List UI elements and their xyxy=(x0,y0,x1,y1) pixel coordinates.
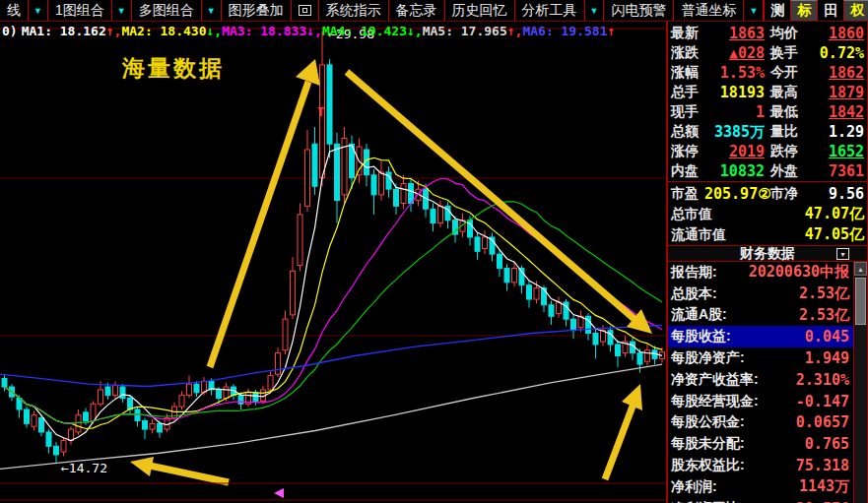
quote-cell: 均价1860 xyxy=(768,25,867,42)
market-cap-label: 流通市值 xyxy=(671,226,726,244)
menu-item-multi-chart-combo[interactable]: 多图组合 xyxy=(132,0,202,21)
candle-body xyxy=(69,429,74,440)
finance-label: 流通A股: xyxy=(671,306,727,324)
finance-value: 2.53亿 xyxy=(717,284,849,303)
finance-section-title: 财务数据 xyxy=(740,245,795,263)
candle-body xyxy=(571,319,576,330)
menu-item-1-chart-combo[interactable]: 1图组合 xyxy=(48,0,112,21)
candle xyxy=(187,376,192,399)
quote-cell: 外盘7361 xyxy=(768,162,867,180)
menu-item-overlay[interactable]: 图形叠加 xyxy=(222,0,292,21)
candle xyxy=(365,144,369,186)
menu-item-flash-alert[interactable]: 闪电预警 xyxy=(604,0,674,21)
quote-label: 现手 xyxy=(671,103,699,121)
finance-section-dropdown-icon[interactable]: ▼ xyxy=(836,248,849,260)
dropdown-1-chart-combo-icon[interactable]: ▼ xyxy=(112,0,132,21)
finance-row[interactable]: 净利润:1143万 xyxy=(668,476,867,498)
ma-value-ma5: MA5: 17.965 xyxy=(423,24,507,38)
finance-row[interactable]: 每股净资产:1.949 xyxy=(668,347,867,369)
quote-cell: 总手18193 xyxy=(668,84,768,101)
ma-value-ma3: MA3: 18.833 xyxy=(222,24,306,38)
candle-body xyxy=(379,172,384,195)
arrow-to-low-label-shaft xyxy=(150,466,229,482)
quote-cell: 跌停1652 xyxy=(768,143,867,160)
finance-label: 每股经营现金: xyxy=(671,393,759,410)
candle xyxy=(261,386,266,405)
candle-body xyxy=(512,269,517,283)
candle xyxy=(401,175,406,209)
menu-item-history-review[interactable]: 历史回忆 xyxy=(445,0,515,21)
quote-cell: 今开1862 xyxy=(768,64,867,82)
finance-label: 每股公积金: xyxy=(671,413,745,431)
finance-row[interactable]: 净利润同比:-39.576 xyxy=(668,498,867,503)
menu-item-normal-coordinates[interactable]: 普通坐标 xyxy=(674,0,744,21)
quote-value: 7361 xyxy=(798,162,864,180)
candle xyxy=(312,127,317,195)
ma-value-ma2: MA2: 18.430 xyxy=(121,24,206,38)
ma-arrow-ma6: ↑ xyxy=(608,24,616,38)
menu-item-memo[interactable]: 备忘录 xyxy=(389,0,445,21)
menu-item-line[interactable]: 线 xyxy=(0,0,29,21)
candle-body xyxy=(305,150,310,206)
candle xyxy=(143,418,148,440)
pane-left-triangle-icon[interactable] xyxy=(274,488,284,498)
menu-item-system-signals[interactable]: 系统指示 xyxy=(319,0,389,21)
finance-row[interactable]: 总股本:2.53亿 xyxy=(668,283,867,305)
menu-item-analysis-tools[interactable]: 分析工具 xyxy=(515,0,585,21)
finance-row[interactable]: 每股公积金:0.0657 xyxy=(668,412,867,434)
tool-mark[interactable]: 标 xyxy=(790,0,817,21)
finance-row[interactable]: 每股经营现金:-0.147 xyxy=(668,391,867,412)
candle xyxy=(379,160,384,200)
candle xyxy=(69,426,74,445)
finance-row[interactable]: 报告期:20200630中报 xyxy=(668,262,867,283)
candle xyxy=(490,233,495,262)
quote-value: 1879 xyxy=(798,84,864,101)
finance-row[interactable]: 流通A股:2.53亿 xyxy=(668,305,867,327)
finance-value: 1143万 xyxy=(717,477,849,496)
overlay-picture-icon[interactable] xyxy=(292,0,319,21)
finance-row[interactable]: 净资产收益率:2.310% xyxy=(668,369,867,391)
candle-body xyxy=(99,390,103,404)
candle-body xyxy=(253,393,258,402)
quote-label: 今开 xyxy=(770,64,798,82)
scrollbar-up-icon[interactable]: ▲ xyxy=(854,262,867,276)
quote-rows: 最新1863均价1860涨跌▲028换手0.72%涨幅1.53%今开1862总手… xyxy=(668,22,867,181)
candle-body xyxy=(46,432,51,446)
quote-value: 1863 xyxy=(699,25,765,42)
finance-row[interactable]: 每股收益:0.045 xyxy=(668,326,867,347)
quote-value: 18193 xyxy=(699,84,765,101)
finance-label: 股东权益比: xyxy=(671,457,745,474)
finance-value: 0.0657 xyxy=(745,413,849,431)
finance-label: 净利润: xyxy=(671,478,717,496)
quote-label: 最新 xyxy=(671,25,699,42)
arrow-up-to-peak xyxy=(210,59,320,367)
tool-measure[interactable]: 测 xyxy=(764,0,790,21)
market-cap-cell: 流通市值47.05亿 xyxy=(668,225,867,244)
finance-row[interactable]: 每股未分配:0.765 xyxy=(668,433,867,455)
candle xyxy=(32,410,36,430)
finance-row[interactable]: 股东权益比:75.318 xyxy=(668,455,867,476)
candle-body xyxy=(276,353,281,375)
dropdown-multi-chart-combo-icon[interactable]: ▼ xyxy=(202,0,222,21)
candle-body xyxy=(150,423,155,429)
dropdown-coordinates-icon[interactable]: ▼ xyxy=(744,0,764,21)
candle-body xyxy=(527,285,532,299)
scrollbar-thumb[interactable] xyxy=(855,278,866,325)
tool-grid[interactable]: 田 xyxy=(817,0,843,21)
ma-gray-line xyxy=(0,364,662,469)
candle-body xyxy=(498,254,502,268)
t-marker: T xyxy=(317,105,324,119)
candle xyxy=(246,388,251,407)
kline-chart[interactable]: 海量数据T←29.98←14.72 xyxy=(0,0,665,503)
tool-rights[interactable]: 权 xyxy=(843,0,868,21)
finance-scrollbar[interactable]: ▲ xyxy=(853,262,867,503)
candle-body xyxy=(84,412,89,421)
finance-value: 0.765 xyxy=(745,435,849,453)
pb-label: 市净 xyxy=(770,185,798,203)
quote-label: 总额 xyxy=(671,123,699,141)
dropdown-analysis-tools-icon[interactable]: ▼ xyxy=(585,0,605,21)
quote-row: 总手18193最高1879 xyxy=(668,83,867,102)
arrow-to-low-label xyxy=(130,457,229,482)
candle xyxy=(291,257,296,319)
dropdown-line-icon[interactable]: ▼ xyxy=(29,0,48,21)
